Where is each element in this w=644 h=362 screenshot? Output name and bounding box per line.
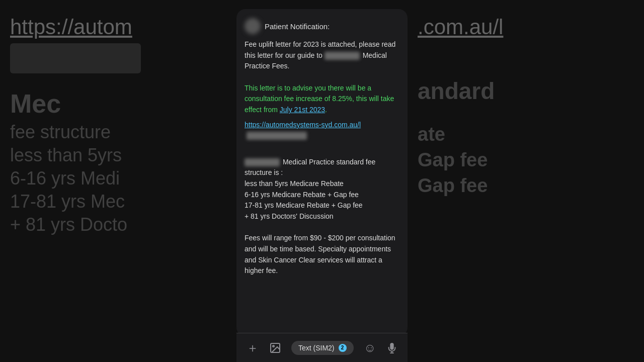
add-icon[interactable]: ＋ bbox=[247, 340, 259, 356]
sim-badge: 2 bbox=[339, 344, 347, 352]
bg-right-line-2: ate bbox=[413, 124, 644, 145]
bg-line-4: 17-81 yrs Mec bbox=[10, 191, 221, 212]
bg-right-line-4: Gap fee bbox=[413, 175, 644, 197]
mic-icon[interactable] bbox=[386, 342, 397, 353]
sender-row: Patient Notification: bbox=[245, 18, 399, 34]
bg-right: .com.au/l andard ate Gap fee Gap fee bbox=[413, 0, 644, 362]
svg-point-1 bbox=[273, 345, 274, 347]
bg-gray-block bbox=[10, 43, 141, 73]
message-bubble: Patient Notification: Fee uplift letter … bbox=[236, 9, 408, 336]
bg-right-line-1: andard bbox=[413, 77, 644, 105]
fee-line-2: 6-16 yrs Medicare Rebate + Gap fee bbox=[245, 191, 359, 199]
date-link[interactable]: July 21st 2023 bbox=[280, 106, 325, 114]
practice-name-blur-1 bbox=[325, 52, 360, 60]
url-blur-block bbox=[247, 132, 307, 140]
fee-line-1: less than 5yrs Medicare Rebate bbox=[245, 179, 344, 188]
practice-section: Medical Practice standard fee structure … bbox=[245, 146, 399, 277]
bg-url-right: .com.au/l bbox=[413, 15, 644, 39]
message-container: Patient Notification: Fee uplift letter … bbox=[236, 0, 408, 362]
text-sim-label: Text (SIM2) bbox=[298, 344, 335, 352]
bg-line-2: less than 5yrs bbox=[10, 145, 221, 166]
fee-line-4: + 81 yrs Doctors' Discussion bbox=[245, 212, 334, 220]
notification-title: Patient Notification: bbox=[265, 22, 330, 31]
fee-line-3: 17-81 yrs Medicare Rebate + Gap fee bbox=[245, 201, 363, 209]
bg-line-5: + 81 yrs Docto bbox=[10, 214, 221, 235]
url-link[interactable]: https://automedsystems-syd.com.au/l bbox=[245, 121, 399, 129]
image-icon[interactable] bbox=[269, 342, 281, 354]
emoji-icon[interactable]: ☺ bbox=[364, 341, 376, 355]
bottom-toolbar: ＋ Text (SIM2) 2 ☺ bbox=[236, 333, 408, 362]
green-text: This letter is to advise you there will … bbox=[245, 84, 371, 103]
practice-name-blur-2 bbox=[245, 158, 280, 166]
bg-line-3: 6-16 yrs Medi bbox=[10, 168, 221, 189]
fees-note: Fees will range from $90 - $200 per cons… bbox=[245, 234, 395, 275]
bg-url-left: https://autom bbox=[10, 15, 221, 39]
text-input-pill[interactable]: Text (SIM2) 2 bbox=[291, 341, 354, 355]
bg-line-1: fee structure bbox=[10, 122, 221, 143]
avatar bbox=[245, 18, 261, 34]
bg-right-line-3: Gap fee bbox=[413, 149, 644, 171]
bg-section-title: Mec bbox=[10, 88, 221, 119]
message-body: Fee uplift letter for 2023 is attached, … bbox=[245, 39, 399, 116]
bg-left: https://autom Mec fee structure less tha… bbox=[0, 0, 231, 362]
